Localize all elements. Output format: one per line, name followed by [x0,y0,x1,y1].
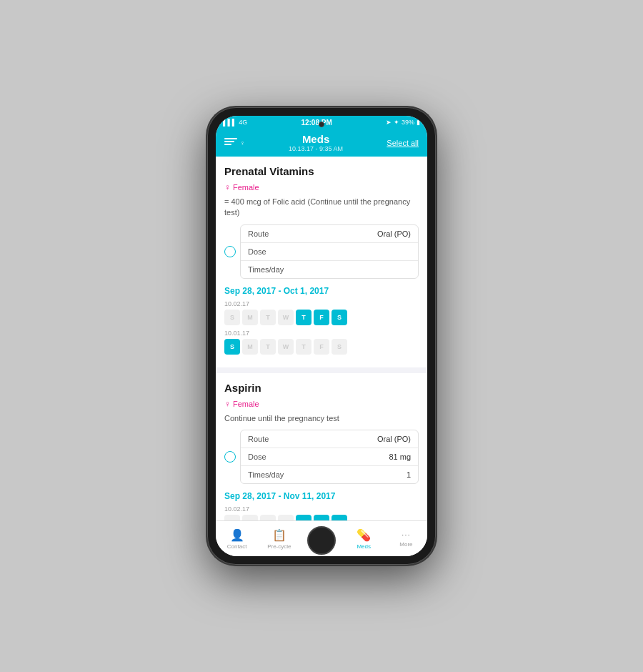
camera [319,122,324,127]
day-T3: T [260,339,276,355]
gender-label-aspirin: Female [233,400,259,408]
route-label-prenatal: Route [248,229,269,238]
tab-contact-label: Contact [227,543,247,550]
route-value-aspirin: Oral (PO) [377,435,411,443]
week-date-aspirin-1: 10.02.17 [224,505,419,513]
radio-prenatal[interactable] [224,246,236,257]
day-T4: T [296,339,311,355]
filter-bar-2 [224,141,234,142]
date-range-prenatal: Sep 28, 2017 - Oct 1, 2017 [224,286,419,296]
med-name-aspirin: Aspirin [224,382,419,394]
times-label-prenatal: Times/day [248,265,284,274]
day-Ta: T [260,515,276,520]
status-time: 12:08 PM [301,119,332,127]
gender-filter-icon: ♀ [240,139,245,147]
network-type: 4G [239,119,247,126]
day-Fa-active: F [314,515,329,520]
day-Sa: S [224,515,240,520]
location-icon: ➤ [386,119,392,126]
days-row-prenatal-1: S M T W T F S [224,310,419,325]
med-section-prenatal: Prenatal Vitamins ♀ Female = 400 mcg of … [216,157,427,367]
dose-label-prenatal: Dose [248,247,266,256]
contact-icon: 👤 [230,528,244,542]
signal-bars: ▌▌▌ [223,119,236,126]
times-value-aspirin: 1 [407,470,411,479]
week-date-prenatal-2: 10.01.17 [224,330,419,337]
battery-icon: ▮ [417,119,420,126]
route-value-prenatal: Oral (PO) [377,229,411,238]
day-T: T [260,310,276,325]
nav-left: ♀ [224,138,245,148]
day-S-active: S [224,339,240,355]
day-M: M [242,310,258,325]
med-description-prenatal: = 400 mcg of Folic acid (Continue until … [224,197,419,219]
dose-label-aspirin: Dose [248,453,266,461]
gender-label-prenatal: Female [233,183,259,192]
dose-row-prenatal: Dose [241,243,418,261]
content-area: Prenatal Vitamins ♀ Female = 400 mcg of … [216,157,427,520]
phone-frame: ▌▌▌ 4G 12:08 PM ➤ ✦ 39% ▮ ♀ M [207,107,436,565]
precycle-icon: 📋 [272,528,286,542]
day-S: S [224,310,240,325]
tab-precycle[interactable]: 📋 Pre-cycle [258,521,300,556]
week-section-prenatal-1: 10.02.17 S M T W T F S [224,300,419,325]
tab-more[interactable]: ··· More [385,521,427,556]
status-left: ▌▌▌ 4G [223,119,247,126]
times-label-aspirin: Times/day [248,470,284,479]
phone-screen: ▌▌▌ 4G 12:08 PM ➤ ✦ 39% ▮ ♀ M [216,116,427,556]
tab-contact[interactable]: 👤 Contact [216,521,258,556]
day-W: W [278,310,294,325]
bluetooth-icon: ✦ [394,119,399,126]
week-date-prenatal-1: 10.02.17 [224,300,419,307]
radio-aspirin[interactable] [224,451,236,463]
day-F-active: F [314,310,329,325]
times-row-aspirin: Times/day 1 [241,466,418,483]
days-row-aspirin-1: S M T W T F S [224,515,419,520]
day-F2: F [314,339,329,355]
home-button[interactable] [307,526,336,555]
status-right: ➤ ✦ 39% ▮ [386,119,420,126]
day-T2-active: T [296,310,311,325]
gender-badge-prenatal: ♀ Female [224,182,259,192]
tab-meds-label: Meds [357,543,371,550]
med-details-wrapper-prenatal: Route Oral (PO) Dose Times/day [240,224,419,279]
dose-value-aspirin: 81 mg [389,453,411,461]
nav-title-sub: 10.13.17 - 9:35 AM [245,145,387,152]
day-Wa: W [278,515,294,520]
route-row-aspirin: Route Oral (PO) [241,430,418,448]
route-row-prenatal: Route Oral (PO) [241,225,418,243]
route-label-aspirin: Route [248,435,269,443]
filter-bar-1 [224,138,237,139]
tab-precycle-label: Pre-cycle [267,543,291,550]
day-M2: M [242,339,258,355]
female-icon-aspirin: ♀ [224,399,231,409]
female-icon-prenatal: ♀ [224,182,231,192]
date-range-aspirin: Sep 28, 2017 - Nov 11, 2017 [224,491,419,501]
week-section-aspirin-1: 10.02.17 S M T W T F S [224,505,419,520]
gender-badge-aspirin: ♀ Female [224,399,259,409]
day-S3: S [332,339,347,355]
nav-title: Meds 10.13.17 - 9:35 AM [245,133,387,152]
meds-icon: 💊 [357,528,371,542]
nav-bar: ♀ Meds 10.13.17 - 9:35 AM Select all [216,129,427,157]
day-T2a-active: T [296,515,311,520]
select-all-button[interactable]: Select all [387,139,419,147]
med-description-aspirin: Continue until the pregnancy test [224,413,419,424]
times-row-prenatal: Times/day [241,261,418,278]
day-Ma: M [242,515,258,520]
day-W2: W [278,339,294,355]
med-details-prenatal: Route Oral (PO) Dose Times/day [240,224,419,279]
filter-icon[interactable] [224,138,237,148]
med-details-aspirin: Route Oral (PO) Dose 81 mg Times/day 1 [240,430,419,484]
day-S2a-active: S [332,515,347,520]
dose-row-aspirin: Dose 81 mg [241,448,418,466]
med-section-aspirin: Aspirin ♀ Female Continue until the preg… [216,373,427,520]
day-S2-active: S [332,310,347,325]
days-row-prenatal-2: S M T W T F S [224,339,419,355]
more-icon: ··· [402,530,411,540]
filter-bar-3 [224,144,231,145]
battery-percent: 39% [402,119,414,126]
tab-meds[interactable]: 💊 Meds [343,521,385,556]
med-name-prenatal: Prenatal Vitamins [224,165,419,177]
tab-more-label: More [399,541,412,548]
